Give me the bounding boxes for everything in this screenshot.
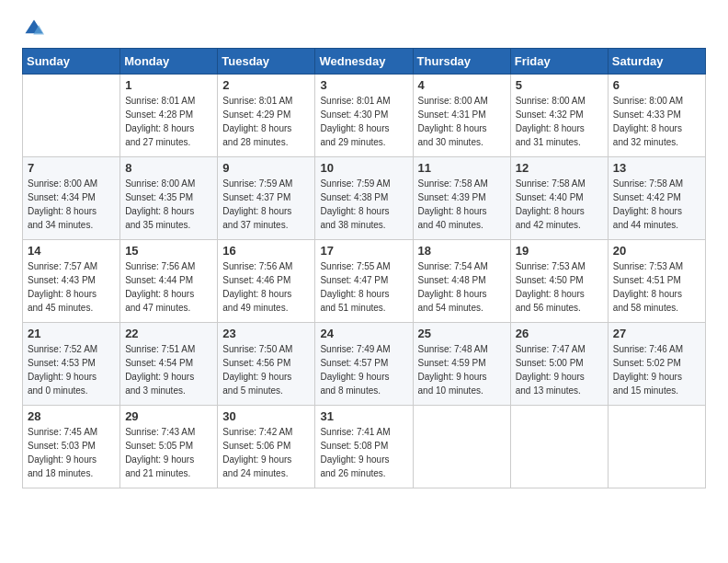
day-info: Sunrise: 7:58 AM Sunset: 4:39 PM Dayligh…	[418, 177, 506, 232]
calendar-cell: 23Sunrise: 7:50 AM Sunset: 4:56 PM Dayli…	[218, 323, 315, 406]
calendar-cell: 3Sunrise: 8:01 AM Sunset: 4:30 PM Daylig…	[315, 75, 413, 157]
calendar-cell: 12Sunrise: 7:58 AM Sunset: 4:40 PM Dayli…	[510, 157, 608, 240]
weekday-header: Sunday	[23, 49, 120, 75]
calendar-cell: 11Sunrise: 7:58 AM Sunset: 4:39 PM Dayli…	[413, 157, 510, 240]
calendar-cell: 29Sunrise: 7:43 AM Sunset: 5:05 PM Dayli…	[120, 406, 218, 488]
day-number: 31	[320, 409, 407, 423]
day-number: 21	[28, 327, 115, 340]
day-info: Sunrise: 7:43 AM Sunset: 5:05 PM Dayligh…	[125, 425, 212, 480]
calendar-week-row: 7Sunrise: 8:00 AM Sunset: 4:34 PM Daylig…	[23, 157, 706, 240]
calendar-cell: 24Sunrise: 7:49 AM Sunset: 4:57 PM Dayli…	[315, 323, 413, 406]
weekday-header: Thursday	[413, 49, 510, 75]
day-number: 22	[125, 327, 212, 340]
day-number: 26	[516, 327, 603, 340]
day-info: Sunrise: 7:50 AM Sunset: 4:56 PM Dayligh…	[222, 342, 310, 397]
day-number: 24	[320, 327, 407, 340]
calendar-cell: 8Sunrise: 8:00 AM Sunset: 4:35 PM Daylig…	[120, 157, 218, 240]
day-number: 9	[222, 161, 310, 175]
weekday-header: Monday	[120, 49, 218, 75]
day-info: Sunrise: 7:51 AM Sunset: 4:54 PM Dayligh…	[125, 342, 212, 397]
day-number: 29	[125, 409, 212, 423]
day-info: Sunrise: 8:00 AM Sunset: 4:34 PM Dayligh…	[28, 177, 115, 232]
day-info: Sunrise: 7:59 AM Sunset: 4:38 PM Dayligh…	[320, 177, 407, 232]
day-number: 20	[613, 244, 700, 258]
calendar-cell: 7Sunrise: 8:00 AM Sunset: 4:34 PM Daylig…	[23, 157, 120, 240]
weekday-header: Saturday	[608, 49, 705, 75]
day-number: 7	[28, 161, 115, 175]
calendar-week-row: 14Sunrise: 7:57 AM Sunset: 4:43 PM Dayli…	[23, 240, 706, 323]
day-info: Sunrise: 8:00 AM Sunset: 4:33 PM Dayligh…	[613, 94, 700, 149]
day-number: 5	[516, 78, 603, 92]
day-info: Sunrise: 7:47 AM Sunset: 5:00 PM Dayligh…	[516, 342, 603, 397]
day-info: Sunrise: 7:56 AM Sunset: 4:46 PM Dayligh…	[222, 259, 310, 315]
day-number: 19	[516, 244, 603, 258]
day-info: Sunrise: 7:49 AM Sunset: 4:57 PM Dayligh…	[320, 342, 407, 397]
calendar-cell: 19Sunrise: 7:53 AM Sunset: 4:50 PM Dayli…	[510, 240, 608, 323]
day-info: Sunrise: 7:55 AM Sunset: 4:47 PM Dayligh…	[320, 259, 407, 315]
day-number: 14	[28, 244, 115, 258]
logo-icon	[24, 18, 44, 39]
calendar-cell: 17Sunrise: 7:55 AM Sunset: 4:47 PM Dayli…	[315, 240, 413, 323]
weekday-header: Tuesday	[218, 49, 315, 75]
day-number: 25	[418, 327, 506, 340]
calendar-cell: 9Sunrise: 7:59 AM Sunset: 4:37 PM Daylig…	[218, 157, 315, 240]
day-number: 30	[222, 409, 310, 423]
calendar-cell: 22Sunrise: 7:51 AM Sunset: 4:54 PM Dayli…	[120, 323, 218, 406]
day-info: Sunrise: 7:52 AM Sunset: 4:53 PM Dayligh…	[28, 342, 115, 397]
day-number: 12	[516, 161, 603, 175]
calendar-cell: 4Sunrise: 8:00 AM Sunset: 4:31 PM Daylig…	[413, 75, 510, 157]
day-info: Sunrise: 7:53 AM Sunset: 4:50 PM Dayligh…	[516, 259, 603, 315]
day-info: Sunrise: 8:00 AM Sunset: 4:31 PM Dayligh…	[418, 94, 506, 149]
day-info: Sunrise: 7:53 AM Sunset: 4:51 PM Dayligh…	[613, 259, 700, 315]
day-info: Sunrise: 8:01 AM Sunset: 4:29 PM Dayligh…	[222, 94, 310, 149]
calendar-cell: 2Sunrise: 8:01 AM Sunset: 4:29 PM Daylig…	[218, 75, 315, 157]
day-number: 3	[320, 78, 407, 92]
day-info: Sunrise: 7:59 AM Sunset: 4:37 PM Dayligh…	[222, 177, 310, 232]
day-info: Sunrise: 7:45 AM Sunset: 5:03 PM Dayligh…	[28, 425, 115, 480]
calendar-cell: 28Sunrise: 7:45 AM Sunset: 5:03 PM Dayli…	[23, 406, 120, 488]
day-number: 10	[320, 161, 407, 175]
weekday-header: Friday	[510, 49, 608, 75]
weekday-header: Wednesday	[315, 49, 413, 75]
day-info: Sunrise: 7:57 AM Sunset: 4:43 PM Dayligh…	[28, 259, 115, 315]
day-info: Sunrise: 7:56 AM Sunset: 4:44 PM Dayligh…	[125, 259, 212, 315]
calendar-cell	[413, 406, 510, 488]
calendar-table: SundayMondayTuesdayWednesdayThursdayFrid…	[22, 48, 706, 488]
calendar-cell: 27Sunrise: 7:46 AM Sunset: 5:02 PM Dayli…	[608, 323, 705, 406]
day-number: 15	[125, 244, 212, 258]
day-info: Sunrise: 7:41 AM Sunset: 5:08 PM Dayligh…	[320, 425, 407, 480]
calendar-week-row: 21Sunrise: 7:52 AM Sunset: 4:53 PM Dayli…	[23, 323, 706, 406]
calendar-cell	[23, 75, 120, 157]
day-number: 27	[613, 327, 700, 340]
day-info: Sunrise: 8:00 AM Sunset: 4:32 PM Dayligh…	[516, 94, 603, 149]
calendar-cell	[608, 406, 705, 488]
day-number: 11	[418, 161, 506, 175]
day-info: Sunrise: 7:48 AM Sunset: 4:59 PM Dayligh…	[418, 342, 506, 397]
day-number: 8	[125, 161, 212, 175]
day-number: 13	[613, 161, 700, 175]
day-number: 17	[320, 244, 407, 258]
day-info: Sunrise: 8:01 AM Sunset: 4:30 PM Dayligh…	[320, 94, 407, 149]
page-header	[22, 18, 706, 39]
calendar-cell: 6Sunrise: 8:00 AM Sunset: 4:33 PM Daylig…	[608, 75, 705, 157]
day-number: 18	[418, 244, 506, 258]
day-number: 6	[613, 78, 700, 92]
calendar-cell: 1Sunrise: 8:01 AM Sunset: 4:28 PM Daylig…	[120, 75, 218, 157]
calendar-cell: 21Sunrise: 7:52 AM Sunset: 4:53 PM Dayli…	[23, 323, 120, 406]
day-info: Sunrise: 8:00 AM Sunset: 4:35 PM Dayligh…	[125, 177, 212, 232]
calendar-cell: 31Sunrise: 7:41 AM Sunset: 5:08 PM Dayli…	[315, 406, 413, 488]
calendar-cell: 5Sunrise: 8:00 AM Sunset: 4:32 PM Daylig…	[510, 75, 608, 157]
calendar-cell: 26Sunrise: 7:47 AM Sunset: 5:00 PM Dayli…	[510, 323, 608, 406]
logo	[22, 18, 44, 39]
calendar-header-row: SundayMondayTuesdayWednesdayThursdayFrid…	[23, 49, 706, 75]
calendar-cell: 30Sunrise: 7:42 AM Sunset: 5:06 PM Dayli…	[218, 406, 315, 488]
calendar-cell: 10Sunrise: 7:59 AM Sunset: 4:38 PM Dayli…	[315, 157, 413, 240]
calendar-cell: 25Sunrise: 7:48 AM Sunset: 4:59 PM Dayli…	[413, 323, 510, 406]
day-info: Sunrise: 7:58 AM Sunset: 4:42 PM Dayligh…	[613, 177, 700, 232]
calendar-week-row: 1Sunrise: 8:01 AM Sunset: 4:28 PM Daylig…	[23, 75, 706, 157]
calendar-cell	[510, 406, 608, 488]
day-info: Sunrise: 8:01 AM Sunset: 4:28 PM Dayligh…	[125, 94, 212, 149]
day-number: 1	[125, 78, 212, 92]
calendar-week-row: 28Sunrise: 7:45 AM Sunset: 5:03 PM Dayli…	[23, 406, 706, 488]
calendar-cell: 15Sunrise: 7:56 AM Sunset: 4:44 PM Dayli…	[120, 240, 218, 323]
